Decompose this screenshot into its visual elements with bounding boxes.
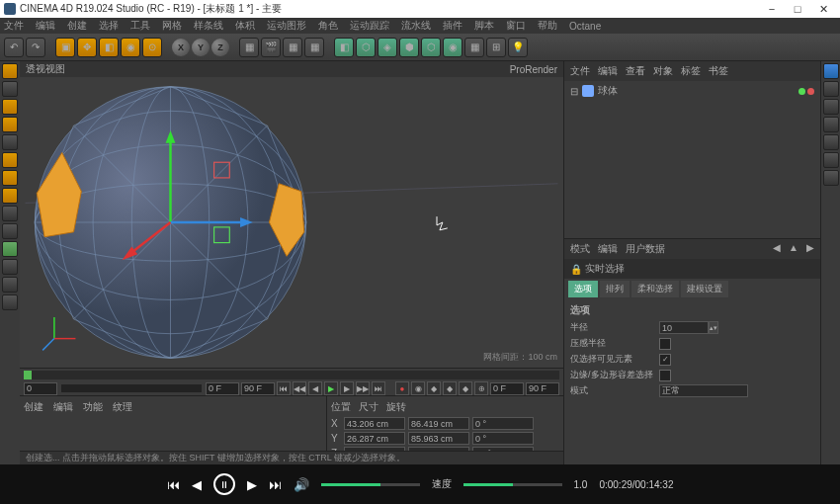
menu-item[interactable]: 插件 xyxy=(443,19,462,33)
deformer-button[interactable]: ⬡ xyxy=(356,38,376,57)
subtab[interactable]: 选项 xyxy=(568,281,598,297)
stepper-icon[interactable]: ▴▾ xyxy=(709,321,718,334)
render-button[interactable]: 🎬 xyxy=(261,38,281,57)
nav-back-icon[interactable]: ◀ xyxy=(773,242,781,256)
timeline-track[interactable] xyxy=(24,371,559,379)
tab[interactable]: 标签 xyxy=(681,64,701,78)
checkbox[interactable] xyxy=(659,338,671,350)
menu-item[interactable]: 工具 xyxy=(130,19,150,33)
minimize-button[interactable]: − xyxy=(759,3,785,15)
menu-item[interactable]: 脚本 xyxy=(474,19,494,33)
tab-size[interactable]: 尺寸 xyxy=(359,400,378,414)
tool-icon[interactable] xyxy=(2,294,18,310)
tool-icon[interactable] xyxy=(2,134,18,150)
move-tool[interactable]: ✥ xyxy=(77,38,97,57)
frame-end[interactable]: 90 F xyxy=(241,382,275,395)
tab[interactable]: 功能 xyxy=(83,400,103,414)
menu-item[interactable]: 流水线 xyxy=(401,19,431,33)
object-item[interactable]: ⊟ 球体 xyxy=(564,81,820,101)
pos-x[interactable]: 43.206 cm xyxy=(344,417,405,430)
record-button[interactable]: ● xyxy=(395,381,409,395)
nav-fwd-icon[interactable]: ▶ xyxy=(806,242,814,256)
menu-item[interactable]: 创建 xyxy=(67,19,87,33)
prev-key[interactable]: ◀◀ xyxy=(293,381,306,395)
playhead[interactable] xyxy=(24,371,32,379)
tool-button[interactable]: ▦ xyxy=(464,38,484,57)
nav-up-icon[interactable]: ▲ xyxy=(789,242,798,256)
menu-item[interactable]: 体积 xyxy=(235,19,255,33)
tool-icon[interactable] xyxy=(823,170,839,186)
prev-button[interactable]: ⏮ xyxy=(167,477,180,492)
rot-x[interactable]: 0 ° xyxy=(472,417,534,430)
tool-icon[interactable] xyxy=(2,277,18,293)
viewport-tab[interactable]: 透视视图 xyxy=(26,62,65,76)
y-axis-toggle[interactable]: Y xyxy=(192,39,210,56)
tool-icon[interactable] xyxy=(2,99,18,115)
light-button[interactable]: 💡 xyxy=(508,38,528,57)
menu-item[interactable]: 运动图形 xyxy=(267,19,306,33)
checkbox[interactable] xyxy=(659,370,671,381)
checkbox[interactable]: ✓ xyxy=(659,354,671,366)
tab[interactable]: 编辑 xyxy=(598,242,618,256)
tool-icon[interactable] xyxy=(823,63,839,79)
goto-end[interactable]: ⏭ xyxy=(372,381,385,395)
tool-icon[interactable] xyxy=(2,259,18,275)
radius-input[interactable]: 10 xyxy=(659,321,709,334)
tool-button[interactable]: ◉ xyxy=(443,38,462,57)
tab[interactable]: 创建 xyxy=(24,400,43,414)
range-slider[interactable] xyxy=(61,384,202,392)
prev-frame[interactable]: ◀ xyxy=(308,381,322,395)
select-tool[interactable]: ▣ xyxy=(55,38,75,57)
menu-item[interactable]: 角色 xyxy=(318,19,338,33)
scale-tool[interactable]: ◧ xyxy=(99,38,119,57)
play-button[interactable]: ▶ xyxy=(324,381,338,395)
autokey-button[interactable]: ◉ xyxy=(411,381,425,395)
next-frame[interactable]: ▶ xyxy=(340,381,354,395)
lock-icon[interactable]: 🔒 xyxy=(570,264,582,275)
frame-cur[interactable]: 0 F xyxy=(206,382,239,395)
tool-button[interactable]: ⊞ xyxy=(486,38,506,57)
tool-icon[interactable] xyxy=(823,99,839,115)
menu-item[interactable]: 样条线 xyxy=(194,19,223,33)
pos-y[interactable]: 26.287 cm xyxy=(344,432,405,445)
frame-f0[interactable]: 0 F xyxy=(490,382,524,395)
close-button[interactable]: ✕ xyxy=(810,3,836,16)
menu-item[interactable]: Octane xyxy=(569,21,601,32)
tab[interactable]: 编辑 xyxy=(53,400,73,414)
volume-slider[interactable] xyxy=(321,483,420,486)
tab[interactable]: 纹理 xyxy=(113,400,132,414)
key-button[interactable]: ⊕ xyxy=(474,381,488,395)
menu-item[interactable]: 网格 xyxy=(162,19,182,33)
tab-position[interactable]: 位置 xyxy=(331,400,351,414)
frame-start[interactable]: 0 xyxy=(24,382,57,395)
tab[interactable]: 用户数据 xyxy=(626,242,665,256)
tab[interactable]: 书签 xyxy=(709,64,728,78)
snap-button[interactable] xyxy=(2,241,18,257)
key-button[interactable]: ◆ xyxy=(443,381,457,395)
tool-icon[interactable] xyxy=(823,117,839,132)
vis-render-icon[interactable] xyxy=(807,88,814,95)
tool-icon[interactable] xyxy=(2,117,18,132)
tool-icon[interactable] xyxy=(823,81,839,97)
vis-editor-icon[interactable] xyxy=(798,88,805,95)
menu-item[interactable]: 编辑 xyxy=(36,19,55,33)
subtab[interactable]: 建模设置 xyxy=(681,281,728,297)
tool-icon[interactable]: ▦ xyxy=(239,38,259,57)
tab[interactable]: 编辑 xyxy=(598,64,618,78)
mode-select[interactable]: 正常 xyxy=(659,384,748,397)
forward-button[interactable]: ▶ xyxy=(247,477,257,492)
redo-button[interactable]: ↷ xyxy=(26,38,45,57)
tool-icon[interactable]: ▦ xyxy=(283,38,302,57)
menu-item[interactable]: 帮助 xyxy=(538,19,557,33)
undo-button[interactable]: ↶ xyxy=(4,38,24,57)
speed-slider[interactable] xyxy=(463,483,562,486)
menu-item[interactable]: 运动跟踪 xyxy=(350,19,389,33)
volume-icon[interactable]: 🔊 xyxy=(294,477,309,492)
viewport-tab[interactable]: ProRender xyxy=(510,64,557,75)
x-axis-toggle[interactable]: X xyxy=(172,39,190,56)
z-axis-toggle[interactable]: Z xyxy=(211,39,229,56)
tool-icon[interactable] xyxy=(823,152,839,168)
key-button[interactable]: ◆ xyxy=(459,381,472,395)
menu-item[interactable]: 选择 xyxy=(99,19,119,33)
generator-button[interactable]: ◈ xyxy=(378,38,397,57)
